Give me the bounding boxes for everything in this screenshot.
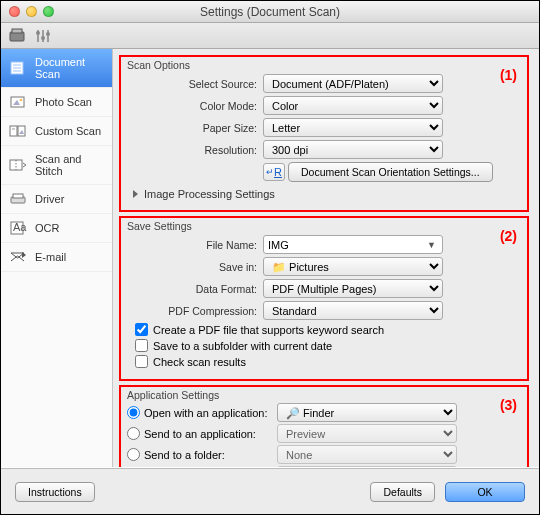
- select-source-label: Select Source:: [127, 78, 263, 90]
- svg-rect-1: [12, 29, 22, 33]
- driver-icon: [9, 192, 27, 206]
- section-title: Scan Options: [127, 59, 190, 71]
- chk-subfolder-box[interactable]: [135, 339, 148, 352]
- sidebar-item-label: Driver: [35, 193, 64, 205]
- chk-subfolder-label: Save to a subfolder with current date: [153, 340, 332, 352]
- annotation-badge-3: (3): [500, 397, 517, 413]
- instructions-button[interactable]: Instructions: [15, 482, 95, 502]
- radio-send-app-input[interactable]: [127, 427, 140, 440]
- email-icon: [9, 250, 27, 264]
- section-title: Application Settings: [127, 389, 219, 401]
- footer: Instructions Defaults OK: [1, 468, 539, 514]
- window-title: Settings (Document Scan): [1, 5, 539, 19]
- photo-scan-icon: [9, 95, 27, 109]
- sidebar-item-label: Document Scan: [35, 56, 104, 80]
- sidebar-item-label: Photo Scan: [35, 96, 92, 108]
- sidebar-item-ocr[interactable]: Aa OCR: [1, 214, 112, 243]
- data-format-label: Data Format:: [127, 283, 263, 295]
- section-scan-options: Scan Options (1) Select Source: Document…: [119, 55, 529, 212]
- sidebar-item-label: E-mail: [35, 251, 66, 263]
- defaults-button[interactable]: Defaults: [370, 482, 435, 502]
- section-application-settings: Application Settings (3) Open with an ap…: [119, 385, 529, 467]
- sidebar-item-driver[interactable]: Driver: [1, 185, 112, 214]
- pdf-compression-dropdown[interactable]: Standard: [263, 301, 443, 320]
- open-app-dropdown[interactable]: 🔎 Finder: [277, 403, 457, 422]
- resolution-dropdown[interactable]: 300 dpi: [263, 140, 443, 159]
- svg-rect-15: [10, 126, 17, 136]
- resolution-label: Resolution:: [127, 144, 263, 156]
- chk-keyword-search-box[interactable]: [135, 323, 148, 336]
- document-scan-icon: [9, 61, 27, 75]
- orientation-settings-button[interactable]: Document Scan Orientation Settings...: [288, 162, 493, 182]
- sidebar-item-label: OCR: [35, 222, 59, 234]
- radio-send-folder-input[interactable]: [127, 448, 140, 461]
- toolbar-settings-icon[interactable]: [35, 28, 51, 44]
- sidebar-item-document-scan[interactable]: Document Scan: [1, 49, 112, 88]
- chk-scan-results-box[interactable]: [135, 355, 148, 368]
- svg-point-7: [46, 32, 50, 36]
- annotation-badge-1: (1): [500, 67, 517, 83]
- toolbar: [1, 23, 539, 49]
- radio-open-app-input[interactable]: [127, 406, 140, 419]
- content: Document Scan Photo Scan Custom Scan Sca…: [1, 49, 539, 467]
- svg-text:Aa: Aa: [13, 221, 27, 233]
- send-folder-dropdown[interactable]: None: [277, 445, 457, 464]
- sidebar-item-label: Scan and Stitch: [35, 153, 104, 177]
- annotation-badge-2: (2): [500, 228, 517, 244]
- section-title: Save Settings: [127, 220, 192, 232]
- main-panel: Scan Options (1) Select Source: Document…: [113, 49, 539, 467]
- svg-point-6: [41, 36, 45, 40]
- attach-email-dropdown[interactable]: None (Attach Manually): [277, 466, 457, 467]
- chk-keyword-search[interactable]: Create a PDF file that supports keyword …: [135, 323, 521, 336]
- section-save-settings: Save Settings (2) File Name: ▼ Save in: …: [119, 216, 529, 381]
- paper-size-dropdown[interactable]: Letter: [263, 118, 443, 137]
- ok-button[interactable]: OK: [445, 482, 525, 502]
- svg-point-14: [20, 99, 23, 102]
- titlebar: Settings (Document Scan): [1, 1, 539, 23]
- chk-subfolder[interactable]: Save to a subfolder with current date: [135, 339, 521, 352]
- orientation-icon[interactable]: ↵R: [263, 163, 285, 181]
- sidebar: Document Scan Photo Scan Custom Scan Sca…: [1, 49, 113, 467]
- chk-scan-results-label: Check scan results: [153, 356, 246, 368]
- chk-scan-results[interactable]: Check scan results: [135, 355, 521, 368]
- radio-send-app[interactable]: Send to an application:: [127, 427, 277, 440]
- custom-scan-icon: [9, 124, 27, 138]
- radio-open-app[interactable]: Open with an application:: [127, 406, 277, 419]
- sidebar-item-custom-scan[interactable]: Custom Scan: [1, 117, 112, 146]
- sidebar-item-email[interactable]: E-mail: [1, 243, 112, 272]
- paper-size-label: Paper Size:: [127, 122, 263, 134]
- toolbar-scanner-icon[interactable]: [9, 28, 25, 44]
- sidebar-item-scan-stitch[interactable]: Scan and Stitch: [1, 146, 112, 185]
- sidebar-item-photo-scan[interactable]: Photo Scan: [1, 88, 112, 117]
- file-name-input[interactable]: [263, 235, 443, 254]
- ocr-icon: Aa: [9, 221, 27, 235]
- disclosure-triangle-icon: [133, 190, 138, 198]
- save-in-dropdown[interactable]: 📁 Pictures: [263, 257, 443, 276]
- select-source-dropdown[interactable]: Document (ADF/Platen): [263, 74, 443, 93]
- send-app-dropdown[interactable]: Preview: [277, 424, 457, 443]
- chk-keyword-label: Create a PDF file that supports keyword …: [153, 324, 384, 336]
- file-name-label: File Name:: [127, 239, 263, 251]
- color-mode-label: Color Mode:: [127, 100, 263, 112]
- svg-rect-22: [13, 194, 23, 198]
- sidebar-item-label: Custom Scan: [35, 125, 101, 137]
- image-processing-label: Image Processing Settings: [144, 188, 275, 200]
- image-processing-disclosure[interactable]: Image Processing Settings: [133, 188, 521, 200]
- save-in-label: Save in:: [127, 261, 263, 273]
- color-mode-dropdown[interactable]: Color: [263, 96, 443, 115]
- data-format-dropdown[interactable]: PDF (Multiple Pages): [263, 279, 443, 298]
- pdf-compression-label: PDF Compression:: [127, 305, 263, 317]
- svg-point-5: [36, 31, 40, 35]
- scan-stitch-icon: [9, 158, 27, 172]
- radio-send-folder[interactable]: Send to a folder:: [127, 448, 277, 461]
